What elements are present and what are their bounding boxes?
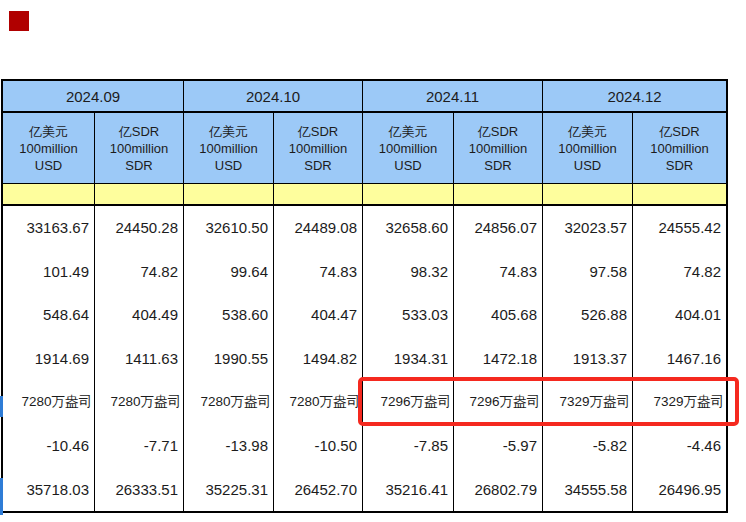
left-edge-selection-tick (0, 478, 3, 515)
data-grid: 33163.67 24450.28 32610.50 24489.08 3265… (3, 206, 726, 511)
unit-label-code: USD (574, 157, 601, 174)
data-cell: 26452.70 (274, 467, 363, 511)
data-cell: 404.49 (95, 293, 184, 337)
data-cell: 99.64 (184, 250, 274, 294)
spacer-cell (95, 184, 184, 204)
unit-header-sdr: 亿SDR 100million SDR (454, 113, 543, 183)
data-cell: 26333.51 (95, 467, 184, 511)
unit-header-usd: 亿美元 100million USD (3, 113, 95, 183)
gold-holdings-cell: 7280万盎司 (274, 380, 363, 424)
unit-label-code: SDR (484, 157, 511, 174)
unit-header-sdr: 亿SDR 100million SDR (633, 113, 726, 183)
unit-label-cjk: 亿SDR (478, 123, 518, 140)
gold-holdings-cell-highlighted: 7329万盎司 (633, 380, 726, 424)
unit-label-code: SDR (666, 157, 693, 174)
unit-label-code: USD (35, 157, 62, 174)
data-cell: 1472.18 (454, 337, 543, 381)
unit-header-usd: 亿美元 100million USD (363, 113, 454, 183)
unit-label-cjk: 亿美元 (29, 123, 68, 140)
data-cell: -7.71 (95, 424, 184, 468)
data-cell: 404.01 (633, 293, 726, 337)
unit-label-scale: 100million (110, 140, 169, 157)
gold-holdings-cell: 7280万盎司 (184, 380, 274, 424)
data-cell: -5.82 (543, 424, 633, 468)
spacer-cell (274, 184, 363, 204)
unit-label-cjk: 亿美元 (389, 123, 428, 140)
data-cell: -13.98 (184, 424, 274, 468)
data-cell: -7.85 (363, 424, 454, 468)
spacer-cell (543, 184, 633, 204)
data-cell: 34555.58 (543, 467, 633, 511)
unit-header-sdr: 亿SDR 100million SDR (95, 113, 184, 183)
data-cell: 97.58 (543, 250, 633, 294)
data-cell: 1934.31 (363, 337, 454, 381)
spacer-row (3, 184, 726, 206)
data-cell: -4.46 (633, 424, 726, 468)
data-cell: 32610.50 (184, 206, 274, 250)
unit-label-cjk: 亿SDR (119, 123, 159, 140)
unit-label-code: SDR (125, 157, 152, 174)
data-cell: 26802.79 (454, 467, 543, 511)
data-cell: 26496.95 (633, 467, 726, 511)
unit-header-usd: 亿美元 100million USD (184, 113, 274, 183)
month-header-2024-11: 2024.11 (363, 81, 543, 111)
data-cell: 33163.67 (3, 206, 95, 250)
data-cell: 1990.55 (184, 337, 274, 381)
data-cell: 101.49 (3, 250, 95, 294)
month-header-row: 2024.09 2024.10 2024.11 2024.12 (3, 81, 726, 113)
unit-label-cjk: 亿SDR (659, 123, 699, 140)
data-cell: 35718.03 (3, 467, 95, 511)
data-cell: 35225.31 (184, 467, 274, 511)
unit-label-cjk: 亿SDR (298, 123, 338, 140)
unit-label-scale: 100million (558, 140, 617, 157)
spacer-cell (454, 184, 543, 204)
spacer-cell (184, 184, 274, 204)
data-cell: -10.46 (3, 424, 95, 468)
month-header-2024-09: 2024.09 (3, 81, 184, 111)
spacer-cell (363, 184, 454, 204)
data-cell: 533.03 (363, 293, 454, 337)
data-cell: 74.83 (274, 250, 363, 294)
red-corner-marker (9, 11, 29, 31)
unit-label-cjk: 亿美元 (568, 123, 607, 140)
unit-header-sdr: 亿SDR 100million SDR (274, 113, 363, 183)
spacer-cell (633, 184, 726, 204)
data-cell: 98.32 (363, 250, 454, 294)
gold-holdings-cell: 7280万盎司 (95, 380, 184, 424)
data-cell: 1467.16 (633, 337, 726, 381)
data-cell: 32023.57 (543, 206, 633, 250)
data-cell: 1494.82 (274, 337, 363, 381)
unit-label-scale: 100million (19, 140, 78, 157)
unit-label-scale: 100million (379, 140, 438, 157)
left-edge-selection-tick (0, 396, 3, 417)
data-cell: 526.88 (543, 293, 633, 337)
unit-label-code: USD (394, 157, 421, 174)
unit-header-usd: 亿美元 100million USD (543, 113, 633, 183)
data-cell: 74.82 (95, 250, 184, 294)
unit-label-scale: 100million (650, 140, 709, 157)
month-header-2024-10: 2024.10 (184, 81, 363, 111)
data-cell: 1913.37 (543, 337, 633, 381)
data-cell: 405.68 (454, 293, 543, 337)
gold-holdings-cell-highlighted: 7296万盎司 (454, 380, 543, 424)
data-cell: 1411.63 (95, 337, 184, 381)
unit-label-cjk: 亿美元 (209, 123, 248, 140)
gold-holdings-cell-highlighted: 7296万盎司 (363, 380, 454, 424)
data-cell: 74.82 (633, 250, 726, 294)
reserves-table: 2024.09 2024.10 2024.11 2024.12 亿美元 100m… (1, 79, 728, 513)
spacer-cell (3, 184, 95, 204)
unit-label-scale: 100million (469, 140, 528, 157)
data-cell: 24489.08 (274, 206, 363, 250)
data-cell: -5.97 (454, 424, 543, 468)
unit-header-row: 亿美元 100million USD 亿SDR 100million SDR 亿… (3, 113, 726, 184)
data-cell: 35216.41 (363, 467, 454, 511)
data-cell: 24555.42 (633, 206, 726, 250)
data-cell: 548.64 (3, 293, 95, 337)
data-cell: -10.50 (274, 424, 363, 468)
gold-holdings-cell: 7280万盎司 (3, 380, 95, 424)
gold-holdings-cell-highlighted: 7329万盎司 (543, 380, 633, 424)
data-cell: 74.83 (454, 250, 543, 294)
data-cell: 538.60 (184, 293, 274, 337)
unit-label-code: USD (215, 157, 242, 174)
data-cell: 24450.28 (95, 206, 184, 250)
